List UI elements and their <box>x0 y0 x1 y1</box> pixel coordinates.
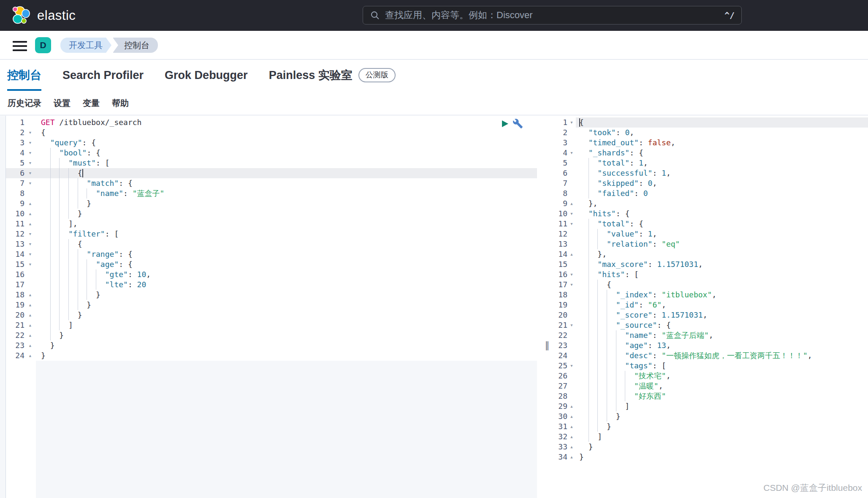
code-line[interactable]: "_id": "6", <box>576 300 868 310</box>
code-line[interactable]: }, <box>576 199 868 209</box>
breadcrumb-item-0[interactable]: 开发工具 <box>60 38 106 53</box>
code-line[interactable]: } <box>576 411 868 422</box>
fold-open-icon[interactable]: ▾ <box>24 249 36 259</box>
code-line[interactable]: "timed_out": false, <box>576 138 868 148</box>
code-line[interactable]: "value": 1, <box>576 229 868 239</box>
fold-close-icon[interactable]: ▴ <box>24 199 36 209</box>
fold-open-icon[interactable]: ▾ <box>24 259 36 269</box>
fold-close-icon[interactable]: ▴ <box>567 442 576 452</box>
code-line[interactable]: "total": 1, <box>576 158 868 168</box>
code-line[interactable]: "_shards": { <box>576 148 868 158</box>
global-search-input[interactable]: 查找应用、内容等。例如：Discover ^/ <box>363 6 742 24</box>
code-line[interactable]: } <box>36 330 537 340</box>
code-line[interactable]: ] <box>576 432 868 442</box>
code-line[interactable]: "desc": "一顿操作猛如虎，一看工资两千五！！！", <box>576 351 868 361</box>
code-line[interactable]: ], <box>36 219 537 229</box>
code-line[interactable]: { <box>36 239 537 249</box>
fold-close-icon[interactable]: ▴ <box>567 401 576 411</box>
code-line[interactable]: } <box>36 300 537 310</box>
code-line[interactable]: } <box>576 452 868 462</box>
fold-open-icon[interactable]: ▾ <box>24 158 36 168</box>
breadcrumb-item-1[interactable]: 控制台 <box>113 38 158 53</box>
fold-close-icon[interactable]: ▴ <box>567 411 576 422</box>
fold-open-icon[interactable]: ▾ <box>24 128 36 138</box>
code-line[interactable]: } <box>36 199 537 209</box>
fold-open-icon[interactable]: ▾ <box>24 229 36 239</box>
editor-empty-area[interactable] <box>36 361 537 498</box>
code-line[interactable]: "name": "蓝盒子" <box>36 188 537 199</box>
fold-close-icon[interactable]: ▴ <box>24 320 36 330</box>
fold-open-icon[interactable]: ▾ <box>567 219 576 229</box>
code-line[interactable]: } <box>36 310 537 320</box>
code-line[interactable]: "lte": 20 <box>36 280 537 290</box>
code-line[interactable]: "_score": 1.1571031, <box>576 310 868 320</box>
fold-open-icon[interactable]: ▾ <box>24 168 36 178</box>
tab-控制台[interactable]: 控制台 <box>7 60 41 91</box>
request-editor[interactable]: 12▾3▾4▾5▾6▾7▾89▴10▴11▴12▾13▾14▾15▾161718… <box>0 116 537 498</box>
fold-open-icon[interactable]: ▾ <box>24 148 36 158</box>
code-line[interactable]: "好东西" <box>576 391 868 401</box>
fold-close-icon[interactable]: ▴ <box>567 422 576 432</box>
fold-close-icon[interactable]: ▴ <box>24 351 36 361</box>
code-line[interactable]: "filter": [ <box>36 229 537 239</box>
request-code[interactable]: GET /itbluebox/_search{"query": {"bool":… <box>36 117 537 361</box>
fold-open-icon[interactable]: ▾ <box>24 178 36 188</box>
code-line[interactable]: "_index": "itbluebox", <box>576 290 868 300</box>
menu-icon[interactable] <box>13 41 27 52</box>
tab-search-profiler[interactable]: Search Profiler <box>62 60 144 91</box>
fold-close-icon[interactable]: ▴ <box>24 310 36 320</box>
code-line[interactable]: }, <box>576 249 868 259</box>
fold-close-icon[interactable]: ▴ <box>24 330 36 340</box>
code-line[interactable]: "tags": [ <box>576 361 868 371</box>
code-line[interactable]: "range": { <box>36 249 537 259</box>
code-line[interactable]: "successful": 1, <box>576 168 868 178</box>
code-line[interactable]: } <box>576 422 868 432</box>
code-line[interactable]: "relation": "eq" <box>576 239 868 249</box>
code-line[interactable]: } <box>576 442 868 452</box>
code-line[interactable]: } <box>36 340 537 351</box>
code-line[interactable]: "hits": [ <box>576 269 868 280</box>
tab-painless-实验室[interactable]: Painless 实验室公测版 <box>269 60 396 91</box>
fold-open-icon[interactable]: ▾ <box>567 148 576 158</box>
code-line[interactable]: "max_score": 1.1571031, <box>576 259 868 269</box>
code-line[interactable]: "age": 13, <box>576 340 868 351</box>
fold-close-icon[interactable]: ▴ <box>567 249 576 259</box>
code-line[interactable]: "温暖", <box>576 381 868 391</box>
tab-grok-debugger[interactable]: Grok Debugger <box>165 60 248 91</box>
code-line[interactable]: "bool": { <box>36 148 537 158</box>
code-line[interactable]: "gte": 10, <box>36 269 537 280</box>
code-line[interactable]: "total": { <box>576 219 868 229</box>
code-line[interactable]: "must": [ <box>36 158 537 168</box>
code-line[interactable]: "failed": 0 <box>576 188 868 199</box>
resize-handle[interactable]: ‖ <box>537 340 557 350</box>
wrench-icon[interactable] <box>513 118 523 129</box>
elastic-home-link[interactable]: elastic <box>12 5 76 26</box>
code-line[interactable]: "query": { <box>36 138 537 148</box>
fold-close-icon[interactable]: ▴ <box>567 432 576 442</box>
fold-close-icon[interactable]: ▴ <box>567 199 576 209</box>
fold-close-icon[interactable]: ▴ <box>24 209 36 219</box>
fold-open-icon[interactable]: ▾ <box>24 138 36 148</box>
fold-close-icon[interactable]: ▴ <box>24 300 36 310</box>
code-line[interactable]: { <box>36 128 537 138</box>
code-line[interactable]: "match": { <box>36 178 537 188</box>
code-line[interactable]: } <box>36 351 537 361</box>
code-line[interactable]: } <box>36 209 537 219</box>
fold-close-icon[interactable]: ▴ <box>24 290 36 300</box>
response-viewer[interactable]: 1▾234▾56789▴10▾11▾121314▴1516▾17▾1819202… <box>557 116 868 498</box>
console-menu-item-1[interactable]: 设置 <box>54 98 71 109</box>
code-line[interactable]: { <box>576 117 868 128</box>
code-line[interactable]: { <box>36 168 537 178</box>
code-line[interactable]: GET /itbluebox/_search <box>36 117 537 128</box>
code-line[interactable]: ] <box>36 320 537 330</box>
code-line[interactable]: "技术宅", <box>576 371 868 381</box>
fold-close-icon[interactable]: ▴ <box>24 219 36 229</box>
fold-open-icon[interactable]: ▾ <box>567 269 576 280</box>
fold-open-icon[interactable]: ▾ <box>567 361 576 371</box>
code-line[interactable]: "skipped": 0, <box>576 178 868 188</box>
console-menu-item-0[interactable]: 历史记录 <box>8 98 41 109</box>
fold-open-icon[interactable]: ▾ <box>567 209 576 219</box>
code-line[interactable]: "hits": { <box>576 209 868 219</box>
console-menu-item-3[interactable]: 帮助 <box>112 98 129 109</box>
fold-close-icon[interactable]: ▴ <box>567 452 576 462</box>
